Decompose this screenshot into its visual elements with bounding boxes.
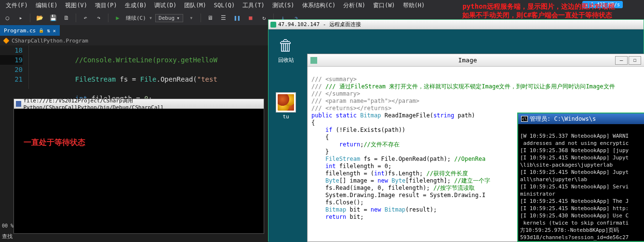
line-gutter: 18 19 20 21 <box>0 45 29 89</box>
menu-tools[interactable]: 工具(T) <box>239 0 268 11</box>
config-combo[interactable]: Debug▾ <box>155 14 183 22</box>
rdp-title-bar[interactable]: 47.94.102.147 - 远程桌面连接 <box>268 20 644 29</box>
menu-sql[interactable]: SQL(Q) <box>210 1 239 10</box>
admin-body: [W 10:59:25.337 NotebookApp] WARNI addre… <box>518 124 644 242</box>
nav-fwd-icon[interactable]: ▸ <box>15 13 26 23</box>
maximize-button[interactable]: ☐ <box>629 56 641 65</box>
pin-icon[interactable]: 🔒 <box>39 28 44 33</box>
menu-arch[interactable]: 体系结构(C) <box>298 0 340 11</box>
open-icon[interactable]: 📂 <box>34 13 45 23</box>
image-app-icon <box>310 57 317 64</box>
class-icon: 🔶 <box>3 38 10 44</box>
admin-title-bar[interactable]: c\ 管理员: C:\Windows\s <box>518 114 644 124</box>
rdp-title: 47.94.102.147 - 远程桌面连接 <box>278 21 361 28</box>
browser-icon[interactable]: 🖥 <box>205 13 215 23</box>
menu-view[interactable]: 视图(V) <box>61 0 91 11</box>
continue-label[interactable]: 继续(C) <box>126 14 146 22</box>
admin-title: 管理员: C:\Windows\s <box>530 115 596 123</box>
zoom-level[interactable]: 00 % <box>0 222 15 229</box>
menu-test[interactable]: 测试(S) <box>268 0 298 11</box>
output-body: 一直处于等待状态 <box>14 109 264 177</box>
tab-label: Program.cs <box>4 28 36 34</box>
flower-thumb <box>278 94 294 111</box>
save-all-icon[interactable]: 🗎 <box>61 13 72 23</box>
rdp-desktop[interactable]: 🗑 回收站 tu Image — ☐ /// <summary> /// ///… <box>268 29 644 242</box>
stop-icon[interactable]: ■ <box>245 13 256 23</box>
menu-project[interactable]: 项目(P) <box>91 0 121 11</box>
step-icon[interactable]: ▾ <box>186 13 197 23</box>
list-icon[interactable]: ☰ <box>218 13 229 23</box>
recycle-bin-icon[interactable]: 🗑 回收站 <box>271 35 300 64</box>
pause-icon[interactable]: ❚❚ <box>232 13 242 23</box>
save-icon[interactable]: 💾 <box>48 13 58 23</box>
menu-edit[interactable]: 编辑(E) <box>32 0 62 11</box>
menu-build[interactable]: 生成(B) <box>121 0 151 11</box>
image-title-bar[interactable]: Image — ☐ <box>308 54 644 67</box>
menu-file[interactable]: 文件(F) <box>2 0 32 11</box>
tu-image-icon[interactable]: tu <box>271 92 300 120</box>
output-window[interactable]: file:///E:/VS2012Project/CSharp调用Python/… <box>13 99 264 234</box>
output-text: 一直处于等待状态 <box>24 138 254 148</box>
admin-console[interactable]: c\ 管理员: C:\Windows\s [W 10:59:25.337 Not… <box>517 113 644 242</box>
image-title: Image <box>321 57 614 64</box>
menu-help[interactable]: 帮助(H) <box>399 0 429 11</box>
breadcrumb-text: CSharpCallPython.Program <box>12 38 88 44</box>
find-label[interactable]: 查找 <box>0 232 14 241</box>
rdp-window[interactable]: 47.94.102.147 - 远程桌面连接 🗑 回收站 tu Image — … <box>268 19 644 242</box>
output-title: file:///E:/VS2012Project/CSharp调用Python/… <box>23 97 262 111</box>
redo-icon[interactable]: ↷ <box>94 13 104 23</box>
output-title-bar[interactable]: file:///E:/VS2012Project/CSharp调用Python/… <box>14 99 264 109</box>
nav-back-icon[interactable]: ◯ <box>2 13 13 23</box>
close-tab-icon[interactable]: ✕ <box>53 28 56 33</box>
minimize-button[interactable]: — <box>615 56 628 65</box>
continue-icon[interactable]: ▶ <box>112 13 123 23</box>
annotation-text: python远程服务端，显示图片，这边的图片对话框 如果不手动关闭，则C#客户端… <box>462 2 615 19</box>
menu-debug[interactable]: 调试(D) <box>150 0 180 11</box>
tab-arrows-icon: ⇅ <box>47 28 50 34</box>
undo-icon[interactable]: ↶ <box>80 13 91 23</box>
menu-analyze[interactable]: 分析(N) <box>339 0 369 11</box>
cmd-icon: c\ <box>521 116 528 122</box>
code-body[interactable]: //Console.WriteLine(proxy.getHelloW File… <box>29 45 217 89</box>
rdp-icon <box>270 22 276 28</box>
tab-program[interactable]: Program.cs 🔒 ⇅ ✕ <box>0 25 60 36</box>
output-app-icon <box>16 101 21 107</box>
menu-window[interactable]: 窗口(W) <box>369 0 399 11</box>
menu-team[interactable]: 团队(M) <box>180 0 210 11</box>
